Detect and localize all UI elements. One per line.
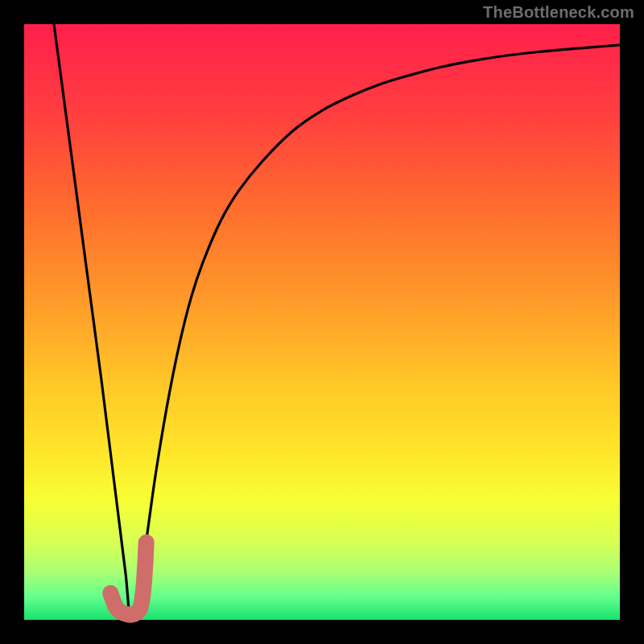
watermark-text: TheBottleneck.com xyxy=(483,3,634,22)
plot-background xyxy=(24,24,620,620)
chart-container: TheBottleneck.com xyxy=(0,0,644,644)
bottleneck-chart xyxy=(0,0,644,644)
